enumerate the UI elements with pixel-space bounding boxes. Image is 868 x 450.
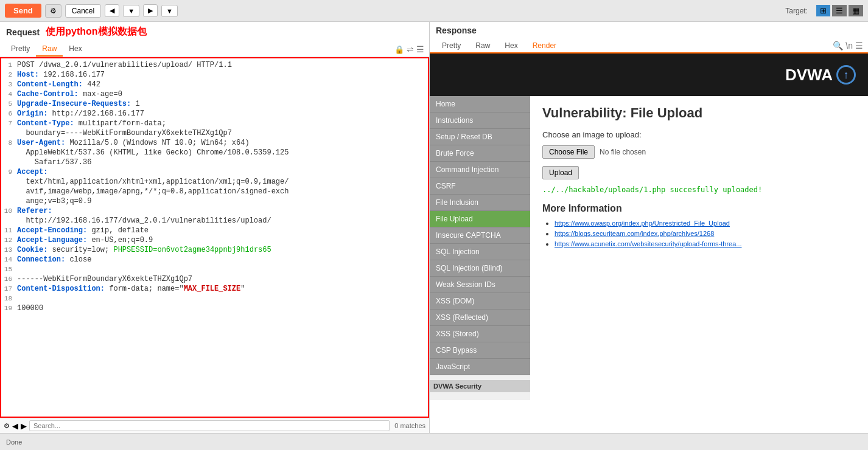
resp-search-icon[interactable]: 🔍	[833, 41, 843, 50]
sidebar-item-command-injection[interactable]: Command Injection	[430, 162, 530, 178]
lock-icon[interactable]: 🔒	[394, 44, 404, 54]
code-line-1: 1 POST /dvwa_2.0.1/vulnerabilities/uploa…	[1, 61, 428, 71]
sidebar-item-xss-reflected[interactable]: XSS (Reflected)	[430, 310, 530, 326]
code-line-7b: boundary=----WebKitFormBoundaryX6xekteTH…	[1, 129, 428, 139]
view-grid-button[interactable]: ⊞	[816, 5, 830, 16]
sidebar-item-javascript[interactable]: JavaScript	[430, 359, 530, 375]
request-panel: Request 使用python模拟数据包 Pretty Raw Hex 🔒 ⇌…	[0, 22, 430, 433]
sidebar-item-insecure-captcha[interactable]: Insecure CAPTCHA	[430, 227, 530, 244]
sidebar-item-home[interactable]: Home	[430, 96, 530, 112]
resp-tab-icons: 🔍 \n ☰	[833, 41, 863, 50]
cancel-button[interactable]: Cancel	[65, 4, 101, 18]
status-text: Done	[6, 438, 22, 446]
code-line-3: 3 Content-Length: 442	[1, 80, 428, 90]
more-info-heading: More Information	[542, 203, 856, 214]
dvwa-security-label: DVWA Security	[430, 380, 530, 392]
nav-down2-button[interactable]: ▼	[161, 5, 178, 17]
dvwa-links: https://www.owasp.org/index.php/Unrestri…	[542, 219, 856, 248]
menu-icon[interactable]: ☰	[416, 44, 424, 54]
code-line-16: 16 ------WebKitFormBoundaryX6xekteTHZXg1…	[1, 275, 428, 285]
choose-file-button[interactable]: Choose File	[542, 145, 595, 159]
sidebar-item-csp-bypass[interactable]: CSP Bypass	[430, 342, 530, 359]
sidebar-item-sql-injection-blind[interactable]: SQL Injection (Blind)	[430, 260, 530, 277]
resp-tab-render[interactable]: Render	[525, 39, 564, 54]
tab-pretty[interactable]: Pretty	[5, 42, 36, 57]
resp-tab-pretty[interactable]: Pretty	[435, 39, 468, 52]
sidebar-item-weak-session-ids[interactable]: Weak Session IDs	[430, 277, 530, 293]
response-panel: Response Pretty Raw Hex Render 🔍 \n ☰ DV…	[430, 22, 868, 433]
nav-fwd-button[interactable]: ▶	[143, 4, 158, 17]
tab-raw[interactable]: Raw	[36, 42, 63, 57]
code-line-9b: text/html,application/xhtml+xml,applicat…	[1, 178, 428, 187]
view-col-button[interactable]: ▦	[849, 5, 863, 16]
search-settings-icon[interactable]: ⚙	[4, 422, 10, 430]
resp-menu-icon[interactable]: ☰	[855, 41, 863, 50]
tab-hex[interactable]: Hex	[63, 42, 88, 57]
status-bar: Done	[0, 433, 868, 450]
send-button[interactable]: Send	[5, 4, 41, 18]
resp-wrap-icon[interactable]: \n	[845, 41, 853, 50]
sidebar-item-xss-dom[interactable]: XSS (DOM)	[430, 293, 530, 310]
sidebar-item-file-upload[interactable]: File Upload	[430, 211, 530, 227]
dvwa-page-title: Vulnerability: File Upload	[542, 105, 856, 121]
code-line-8: 8 User-Agent: Mozilla/5.0 (Windows NT 10…	[1, 139, 428, 148]
code-line-17: 17 Content-Disposition: form-data; name=…	[1, 285, 428, 294]
code-line-2: 2 Host: 192.168.16.177	[1, 71, 428, 80]
code-line-7: 7 Content-Type: multipart/form-data;	[1, 119, 428, 129]
code-line-10b: http://192.168.16.177/dvwa_2.0.1/vulnera…	[1, 216, 428, 226]
code-line-8b: AppleWebKit/537.36 (KHTML, like Gecko) C…	[1, 148, 428, 158]
dvwa-link-3[interactable]: https://www.acunetix.com/websitesecurity…	[555, 240, 742, 248]
request-subtitle: 使用python模拟数据包	[46, 26, 146, 38]
code-line-9d: ange;v=b3;q=0.9	[1, 197, 428, 207]
search-back-icon[interactable]: ◀	[12, 421, 18, 431]
sidebar-item-brute-force[interactable]: Brute Force	[430, 145, 530, 162]
dvwa-link-1[interactable]: https://www.owasp.org/index.php/Unrestri…	[555, 220, 730, 227]
dvwa-link-2[interactable]: https://blogs.securiteam.com/index.php/a…	[555, 230, 714, 237]
code-line-15: 15	[1, 265, 428, 275]
dvwa-file-row: Choose File No file chosen	[542, 145, 856, 159]
nav-down1-button[interactable]: ▼	[123, 5, 139, 17]
dvwa-body: Home Instructions Setup / Reset DB Brute…	[430, 96, 868, 400]
sidebar-item-instructions[interactable]: Instructions	[430, 112, 530, 129]
sidebar-item-csrf[interactable]: CSRF	[430, 178, 530, 195]
main-area: Request 使用python模拟数据包 Pretty Raw Hex 🔒 ⇌…	[0, 22, 868, 433]
resp-tab-hex[interactable]: Hex	[497, 39, 525, 52]
upload-success-msg: ../../hackable/uploads/1.php succesfully…	[542, 185, 856, 194]
code-line-8c: Safari/537.36	[1, 158, 428, 168]
request-header: Request 使用python模拟数据包	[0, 22, 429, 42]
response-header: Response	[430, 22, 868, 39]
code-line-6: 6 Origin: http://192.168.16.177	[1, 109, 428, 119]
code-line-4: 4 Cache-Control: max-age=0	[1, 90, 428, 100]
code-line-9: 9 Accept:	[1, 168, 428, 178]
upload-button[interactable]: Upload	[542, 166, 579, 179]
sidebar-item-sql-injection[interactable]: SQL Injection	[430, 244, 530, 260]
target-label: Target:	[785, 7, 808, 15]
code-area: 1 POST /dvwa_2.0.1/vulnerabilities/uploa…	[0, 57, 429, 418]
wrap-icon[interactable]: ⇌	[407, 44, 414, 54]
sidebar-item-setup[interactable]: Setup / Reset DB	[430, 129, 530, 145]
code-line-18: 18	[1, 294, 428, 304]
sidebar-item-file-inclusion[interactable]: File Inclusion	[430, 195, 530, 211]
dvwa-logo: DVWA ↑	[785, 65, 856, 85]
code-line-9c: avif,image/webp,image/apng,*/*;q=0.8,app…	[1, 187, 428, 197]
gear-button[interactable]: ⚙	[45, 4, 61, 18]
search-input[interactable]	[29, 420, 390, 431]
request-tabs: Pretty Raw Hex 🔒 ⇌ ☰	[0, 42, 429, 57]
resp-tab-raw[interactable]: Raw	[468, 39, 497, 52]
toolbar: Send ⚙ Cancel ◀ ▼ ▶ ▼ Target: ⊞ ☰ ▦	[0, 0, 868, 22]
search-fwd-icon[interactable]: ▶	[21, 421, 27, 431]
nav-back-button[interactable]: ◀	[105, 4, 119, 17]
view-list-button[interactable]: ☰	[832, 5, 847, 16]
code-line-11: 11 Accept-Encoding: gzip, deflate	[1, 226, 428, 236]
dvwa-header: DVWA ↑	[430, 54, 868, 96]
no-file-label: No file chosen	[600, 148, 646, 156]
sidebar-item-xss-stored[interactable]: XSS (Stored)	[430, 326, 530, 342]
dvwa-sidebar: Home Instructions Setup / Reset DB Brute…	[430, 96, 530, 400]
code-line-13: 13 Cookie: security=low; PHPSESSID=on6vo…	[1, 246, 428, 255]
search-matches: 0 matches	[394, 422, 425, 429]
dvwa-content: Vulnerability: File Upload Choose an ima…	[530, 96, 868, 400]
code-line-19: 19 100000	[1, 304, 428, 314]
render-area: DVWA ↑ Home Instructions Setup / Reset D…	[430, 54, 868, 433]
tab-icons: 🔒 ⇌ ☰	[394, 44, 424, 54]
dvwa-upload-label: Choose an image to upload:	[542, 130, 856, 139]
